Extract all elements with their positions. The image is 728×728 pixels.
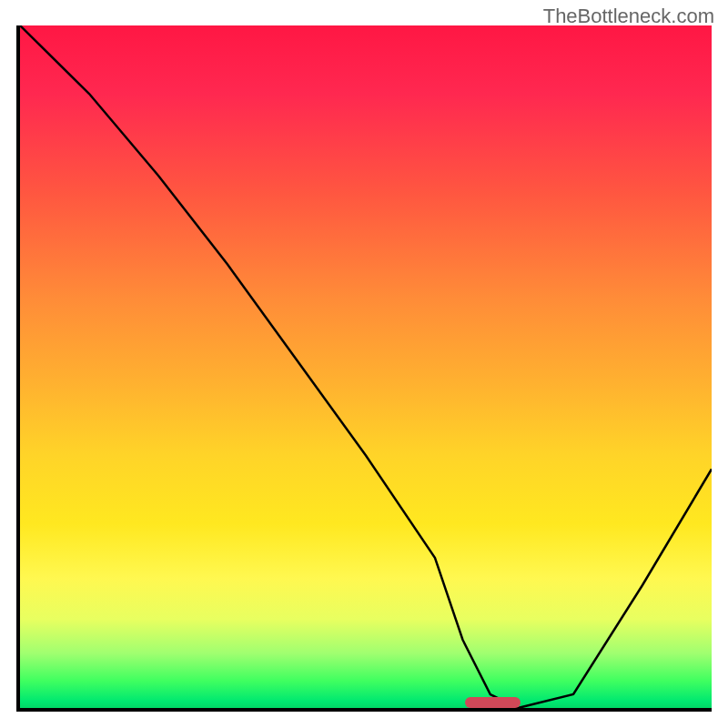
optimal-range-marker [465,697,521,708]
watermark-text: TheBottleneck.com [543,5,714,28]
bottleneck-curve [20,25,712,708]
chart-area [16,25,712,712]
